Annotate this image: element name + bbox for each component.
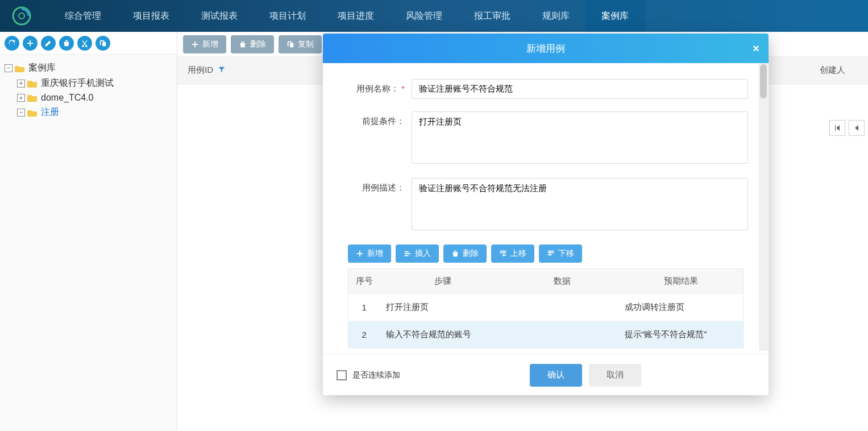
step-insert-button[interactable]: 插入	[396, 244, 439, 263]
trash-icon	[451, 250, 459, 258]
step-delete-button[interactable]: 删除	[443, 244, 487, 263]
step-add-label: 新增	[367, 248, 383, 259]
cell-expected: 提示“账号不符合规范”	[619, 321, 744, 349]
step-up-button[interactable]: 上移	[491, 244, 534, 263]
app-logo	[11, 6, 32, 26]
trash-icon[interactable]	[59, 36, 74, 51]
filter-icon[interactable]	[218, 65, 226, 75]
step-add-button[interactable]: 新增	[348, 244, 391, 263]
delete-button-label: 删除	[250, 39, 266, 49]
copy-icon	[286, 40, 294, 48]
step-insert-label: 插入	[415, 248, 431, 259]
step-row[interactable]: 1 打开注册页 成功调转注册页	[348, 294, 744, 321]
cell-seq: 2	[348, 321, 380, 349]
trash-icon	[239, 40, 247, 48]
tree: − 案例库 + 重庆银行手机测试 + dome_TC4.0 −	[0, 55, 177, 126]
precondition-input[interactable]: 打开注册页	[412, 111, 748, 164]
nav-items: 综合管理 项目报表 测试报表 项目计划 项目进度 风险管理 报工审批 规则库 案…	[49, 0, 645, 32]
nav-item-1[interactable]: 项目报表	[117, 0, 185, 32]
tree-root[interactable]: − 案例库	[5, 60, 172, 76]
tree-node-2[interactable]: − 注册	[17, 105, 172, 120]
label-description: 用例描述：	[343, 178, 412, 232]
cancel-button[interactable]: 取消	[589, 364, 641, 387]
cell-data	[505, 294, 619, 321]
col-usecase-id-label: 用例ID	[188, 65, 213, 76]
nav-item-0[interactable]: 综合管理	[49, 0, 117, 32]
th-seq[interactable]: 序号	[348, 269, 380, 294]
edit-icon[interactable]	[41, 36, 56, 51]
modal-footer: 是否连续添加 确认 取消	[323, 354, 769, 395]
tree-node-0[interactable]: + 重庆银行手机测试	[17, 76, 172, 91]
tree-node-2-label: 注册	[41, 106, 59, 118]
cell-seq: 1	[348, 294, 380, 321]
col-creator-label: 创建人	[820, 65, 845, 76]
modal-header: 新增用例 ×	[323, 34, 769, 63]
close-icon[interactable]: ×	[753, 42, 759, 55]
step-down-label: 下移	[558, 248, 574, 259]
copy-icon[interactable]	[95, 36, 110, 51]
folder-icon	[27, 80, 38, 88]
sidebar: − 案例库 + 重庆银行手机测试 + dome_TC4.0 −	[0, 32, 177, 431]
side-toolbar	[0, 32, 177, 55]
label-name: 用例名称：*	[343, 79, 412, 99]
step-toolbar: 新增 插入 删除 上移 下移	[343, 244, 748, 263]
add-button-label: 新增	[202, 39, 218, 49]
cell-expected: 成功调转注册页	[619, 294, 744, 321]
step-delete-label: 删除	[463, 248, 479, 259]
folder-open-icon	[27, 109, 38, 117]
cell-step: 输入不符合规范的账号	[380, 321, 505, 349]
nav-item-2[interactable]: 测试报表	[185, 0, 254, 32]
plus-icon	[356, 250, 364, 258]
confirm-button[interactable]: 确认	[530, 364, 582, 387]
nav-item-8[interactable]: 案例库	[585, 0, 645, 32]
collapse-icon[interactable]: −	[17, 109, 25, 117]
folder-icon	[27, 94, 38, 102]
step-down-button[interactable]: 下移	[539, 244, 582, 263]
copy-button[interactable]: 复制	[279, 35, 322, 53]
th-data[interactable]: 数据	[505, 269, 619, 294]
col-usecase-id[interactable]: 用例ID	[177, 65, 308, 76]
step-row[interactable]: 2 输入不符合规范的账号 提示“账号不符合规范”	[348, 321, 744, 349]
refresh-icon[interactable]	[5, 36, 19, 51]
pager-first-button[interactable]	[829, 120, 845, 136]
arrow-down-icon	[547, 250, 555, 258]
modal-scrollbar[interactable]	[759, 63, 768, 351]
step-table: 序号 步骤 数据 预期结果 1 打开注册页 成功调转注册页 2 输入不符合规范的…	[348, 268, 744, 349]
description-input[interactable]: 验证注册账号不合符规范无法注册	[412, 178, 748, 230]
nav-item-4[interactable]: 项目进度	[322, 0, 390, 32]
usecase-name-input[interactable]	[412, 79, 748, 99]
step-up-label: 上移	[510, 248, 526, 259]
col-creator[interactable]: 创建人	[809, 65, 868, 76]
insert-icon	[404, 250, 412, 258]
plus-icon[interactable]	[23, 36, 38, 51]
pager	[829, 120, 865, 136]
tree-node-1-label: dome_TC4.0	[41, 93, 94, 103]
collapse-icon[interactable]: −	[5, 64, 13, 72]
cell-data	[505, 321, 619, 349]
pager-prev-button[interactable]	[849, 120, 865, 136]
continuous-add-label: 是否连续添加	[352, 370, 400, 380]
nav-item-6[interactable]: 报工审批	[458, 0, 526, 32]
th-step[interactable]: 步骤	[380, 269, 505, 294]
tree-node-1[interactable]: + dome_TC4.0	[17, 91, 172, 105]
modal-body: 用例名称：* 前提条件： 打开注册页 用例描述： 验证注册账号不合符规范无法注册…	[323, 63, 769, 354]
nav-item-5[interactable]: 风险管理	[390, 0, 458, 32]
expand-icon[interactable]: +	[17, 80, 25, 88]
folder-open-icon	[15, 64, 25, 72]
nav-item-7[interactable]: 规则库	[526, 0, 585, 32]
continuous-add-checkbox[interactable]: 是否连续添加	[337, 370, 400, 380]
copy-button-label: 复制	[298, 39, 314, 49]
add-button[interactable]: 新增	[183, 35, 226, 53]
top-nav: 综合管理 项目报表 测试报表 项目计划 项目进度 风险管理 报工审批 规则库 案…	[0, 0, 868, 32]
nav-item-3[interactable]: 项目计划	[254, 0, 322, 32]
modal-title: 新增用例	[526, 42, 565, 55]
tree-node-0-label: 重庆银行手机测试	[41, 77, 114, 89]
expand-icon[interactable]: +	[17, 94, 25, 102]
delete-button[interactable]: 删除	[231, 35, 274, 53]
tree-root-label: 案例库	[28, 62, 56, 74]
scrollbar-thumb[interactable]	[760, 64, 767, 98]
add-usecase-modal: 新增用例 × 用例名称：* 前提条件： 打开注册页 用例描述： 验证注册账号不合…	[323, 34, 769, 395]
cut-icon[interactable]	[77, 36, 92, 51]
th-expected[interactable]: 预期结果	[619, 269, 744, 294]
label-precondition: 前提条件：	[343, 111, 412, 165]
